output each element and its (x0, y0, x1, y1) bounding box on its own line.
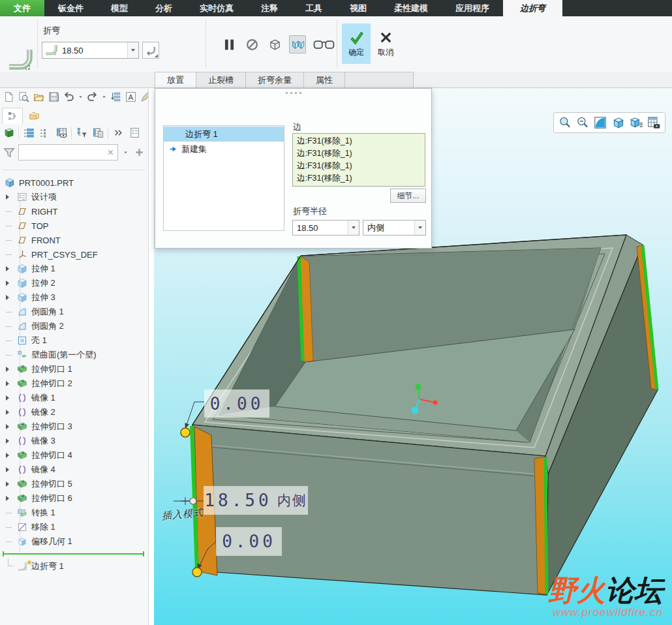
tab-folder-browser[interactable] (24, 108, 45, 124)
tab-relief[interactable]: 止裂槽 (196, 72, 245, 87)
redo-caret[interactable] (100, 91, 107, 104)
edit-button[interactable] (139, 91, 148, 104)
expand-marker[interactable] (6, 341, 14, 341)
menu-tab-view[interactable]: 视图 (336, 0, 380, 16)
verify-button[interactable] (312, 35, 335, 53)
edge-item[interactable]: 边:F31(移除_1) (293, 160, 425, 172)
bend-value-combo[interactable]: 18.50 (42, 42, 139, 59)
tab-properties[interactable]: 属性 (303, 72, 344, 87)
menu-tab-tools[interactable]: 工具 (292, 0, 336, 16)
zoom-out-button[interactable] (575, 115, 590, 130)
expand-marker[interactable] (6, 481, 14, 487)
tree-item[interactable]: 镜像 1 (0, 391, 148, 405)
expand-marker[interactable] (6, 312, 14, 312)
tree-item[interactable]: 镜像 3 (0, 434, 148, 448)
expand-marker[interactable] (6, 438, 14, 444)
expand-marker[interactable] (6, 410, 14, 415)
panel-drag-grip[interactable] (286, 92, 301, 94)
no-preview-button[interactable] (243, 35, 260, 53)
expand-marker[interactable] (6, 513, 14, 513)
expand-marker[interactable] (6, 326, 14, 327)
tree-item[interactable]: 壳 1 (0, 333, 148, 348)
add-filter-button[interactable] (132, 146, 145, 159)
side-dropdown[interactable] (414, 221, 425, 235)
edge-item[interactable]: 边:F31(移除_1) (293, 135, 425, 147)
tree-item[interactable]: 拉伸切口 2 (0, 376, 148, 391)
tree-item[interactable]: FRONT (0, 233, 148, 247)
tree-item[interactable]: 拉伸切口 4 (0, 448, 148, 463)
menu-tab-file[interactable]: 文件 (0, 0, 44, 16)
drag-handle-top[interactable] (181, 428, 190, 437)
tab-model-tree[interactable] (2, 108, 23, 124)
bend-set-item[interactable]: 新建集 (164, 142, 284, 157)
redo-button[interactable] (85, 91, 99, 104)
tree-columns-button[interactable] (55, 127, 68, 140)
clear-search-icon[interactable] (106, 148, 115, 157)
wireframe-preview-button[interactable] (266, 35, 283, 53)
zoom-in-button[interactable] (557, 115, 573, 130)
expand-marker[interactable] (6, 211, 14, 212)
tree-item[interactable]: 拉伸切口 5 (0, 477, 148, 491)
menu-tab-flexible-modeling[interactable]: 柔性建模 (380, 0, 442, 16)
menu-tab-applications[interactable]: 应用程序 (442, 0, 503, 16)
expand-marker[interactable] (6, 395, 14, 401)
expand-marker[interactable] (6, 266, 14, 271)
options-button[interactable] (128, 127, 141, 140)
tree-item[interactable]: 镜像 4 (0, 463, 148, 477)
tree-item[interactable]: 倒圆角 2 (0, 319, 148, 333)
dimension-top-offset[interactable]: 0.00 (204, 389, 269, 418)
edge-collector[interactable]: 边:F31(移除_1) 边:F31(移除_1) 边:F31(移除_1) 边:F3… (292, 133, 425, 187)
tree-item[interactable]: 设计项 (0, 190, 148, 204)
tree-item[interactable]: RIGHT (0, 204, 148, 219)
expand-marker[interactable] (6, 541, 14, 542)
radius-dropdown[interactable] (348, 221, 359, 235)
radius-side-combo[interactable]: 内侧 (363, 220, 426, 236)
show-button[interactable] (2, 127, 15, 140)
expand-marker[interactable] (6, 194, 14, 200)
expand-marker[interactable] (6, 254, 14, 255)
view-manager-button[interactable] (646, 115, 662, 130)
collapse-list-button[interactable] (38, 127, 52, 140)
expand-marker[interactable] (6, 424, 14, 429)
display-style-button[interactable] (628, 115, 644, 130)
tree-item[interactable]: 拉伸 2 (0, 276, 148, 290)
menu-tab-sheetmetal[interactable]: 钣金件 (44, 0, 97, 16)
menu-tab-edge-bend[interactable]: 边折弯 (503, 0, 562, 16)
tree-item[interactable]: PRT0001.PRT (0, 175, 148, 190)
open-button[interactable] (32, 91, 45, 104)
expand-marker[interactable] (6, 467, 14, 472)
new-file-button[interactable] (2, 91, 15, 104)
saved-views-button[interactable] (611, 115, 626, 130)
tree-item[interactable]: 拉伸 1 (0, 262, 148, 276)
cancel-button[interactable]: 取消 (373, 23, 399, 64)
ok-button[interactable]: 确定 (342, 23, 371, 64)
dimension-bottom-offset[interactable]: 0.00 (216, 527, 282, 556)
expand-marker[interactable] (6, 527, 14, 528)
save-button[interactable] (47, 91, 60, 104)
reorder-button[interactable] (109, 91, 122, 104)
tree-item[interactable]: 拉伸切口 6 (0, 491, 148, 506)
tree-item[interactable]: 拉伸切口 1 (0, 362, 148, 376)
tree-item[interactable]: 镜像 2 (0, 405, 148, 419)
tab-bend-allowance[interactable]: 折弯余量 (245, 72, 303, 87)
expand-marker[interactable] (6, 226, 14, 226)
tree-item[interactable]: 壁曲面(第一个壁) (0, 348, 148, 362)
highlighted-edge-front-right[interactable] (545, 457, 547, 594)
insert-here-line[interactable] (3, 553, 144, 555)
tree-filter-button[interactable] (75, 127, 88, 140)
menu-tab-analysis[interactable]: 分析 (142, 0, 186, 16)
tree-item[interactable]: TOP (0, 219, 148, 233)
expand-marker[interactable] (6, 355, 14, 356)
search-options-dropdown[interactable] (121, 146, 130, 159)
menu-tab-live-simulation[interactable]: 实时仿真 (186, 0, 247, 16)
tree-format-button[interactable] (91, 127, 104, 140)
bend-set-item[interactable]: 边折弯 1 (164, 127, 284, 142)
bend-value-dropdown[interactable] (127, 42, 138, 58)
bend-side-button[interactable] (142, 42, 159, 59)
find-button[interactable] (17, 91, 30, 104)
tab-placement[interactable]: 放置 (155, 72, 196, 87)
undo-caret[interactable] (77, 91, 84, 104)
edge-item[interactable]: 边:F31(移除_1) (293, 147, 425, 160)
tree-item[interactable]: 倒圆角 1 (0, 305, 148, 319)
tree-item[interactable]: 移除 1 (0, 520, 148, 534)
